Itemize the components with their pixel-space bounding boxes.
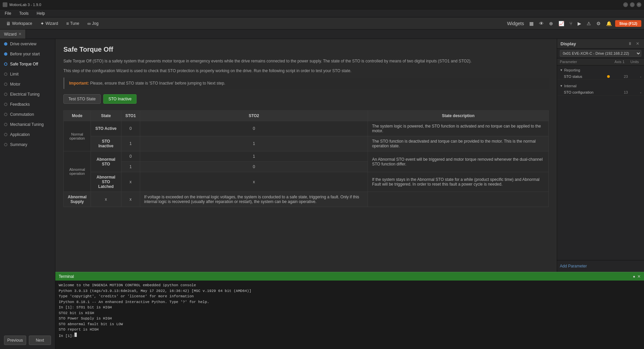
col-units-header: Units (628, 60, 641, 64)
sidebar-item-before-your-start[interactable]: Before your start (0, 49, 55, 59)
wizard-icon: ✦ (40, 21, 44, 26)
terminal-line: In [1]: STO1 bit is HIGH (59, 305, 641, 310)
jog-button[interactable]: ∞ Jog (84, 19, 102, 28)
right-panel: Display ⏸ ✕ 0x01 EVE-XCR-C - Drive (192.… (557, 39, 644, 272)
terminal-line: In [1]: (59, 333, 641, 339)
sidebar-dot-application (4, 133, 7, 136)
bell-icon-button[interactable]: 🔔 (604, 19, 614, 28)
terminal-close-button[interactable]: ✕ (637, 274, 641, 279)
app-title: MotionLab 3 - 1.9.0 (9, 3, 623, 7)
warning-icon-button[interactable]: ⚠ (585, 19, 593, 28)
panel-close-button[interactable]: ✕ (635, 41, 641, 46)
description-2: This step of the configuration Wizard is… (63, 68, 549, 74)
eye-icon-button[interactable]: 👁 (537, 19, 546, 28)
sidebar-dot-limit (4, 72, 7, 76)
section-header-internal[interactable]: ▼Internal (557, 83, 644, 89)
sidebar-label-commutation: Commutation (10, 112, 34, 117)
minimize-button[interactable]: ─ (623, 2, 628, 7)
sidebar: Drive overviewBefore your startSafe Torq… (0, 39, 55, 349)
sidebar-item-electrical-tuning[interactable]: Electrical Tuning (0, 89, 55, 99)
workspace-button[interactable]: 🖥 Workspace (3, 19, 36, 28)
maximize-button[interactable]: □ (630, 2, 635, 7)
menu-file[interactable]: File (3, 10, 13, 16)
next-button[interactable]: Next (29, 336, 51, 345)
window-controls: ─ □ ✕ (623, 2, 641, 7)
param-name: STO status (564, 74, 607, 79)
sidebar-item-limit[interactable]: Limit (0, 69, 55, 79)
wizard-content: Safe Torque Off Safe Torque Off (STO) is… (55, 39, 644, 272)
sidebar-label-before-your-start: Before your start (10, 52, 40, 56)
settings-icon-button[interactable]: ⚙ (594, 19, 603, 28)
terminal-line: Python 3.9.13 (tags/v3.9.13:6de2ca5, May… (59, 288, 641, 294)
sidebar-dot-electrical-tuning (4, 93, 7, 96)
main-content-wrapper: Safe Torque Off Safe Torque Off (STO) is… (55, 39, 644, 349)
param-units-value: - (628, 90, 641, 94)
description-1: Safe Torque Off (STO) is a safety system… (63, 58, 549, 64)
previous-button[interactable]: Previous (4, 336, 26, 345)
tab-bar: Wizard ✕ (0, 30, 644, 39)
main-layout: Drive overviewBefore your startSafe Torq… (0, 39, 644, 349)
close-button[interactable]: ✕ (637, 2, 641, 7)
table-row: STO Inactive11The STO function is deacti… (64, 136, 549, 151)
toolbar: 🖥 Workspace ✦ Wizard ≡ Tune ∞ Jog Widget… (0, 17, 644, 30)
sidebar-label-drive-overview: Drive overview (10, 42, 37, 46)
sidebar-item-drive-overview[interactable]: Drive overview (0, 39, 55, 49)
stop-button[interactable]: Stop (F12) (615, 20, 641, 27)
sidebar-dot-summary (4, 143, 7, 146)
col-mode: Mode (64, 111, 91, 121)
sidebar-label-mechanical-tuning: Mechanical Tuning (10, 122, 44, 127)
sidebar-dot-commutation (4, 113, 7, 116)
param-row-sto-status: STO status 23 - (557, 73, 644, 80)
sidebar-label-safe-torque-off: Safe Torque Off (10, 62, 38, 66)
col-desc: State description (368, 111, 549, 121)
terminal-line: STO abnormal fault bit is LOW (59, 321, 641, 327)
workspace-icon: 🖥 (6, 21, 11, 26)
btn-group: Test STO State STO Inactive (63, 94, 549, 104)
wizard-tab-label: Wizard (4, 32, 16, 37)
panel-section-reporting: ▼Reporting STO status 23 - (557, 65, 644, 81)
sidebar-item-commutation[interactable]: Commutation (0, 109, 55, 119)
add-parameter-button[interactable]: Add Parameter (560, 263, 587, 269)
sidebar-item-feedbacks[interactable]: Feedbacks (0, 99, 55, 109)
device-select[interactable]: 0x01 EVE-XCR-C - Drive (192.168.2.22) (560, 50, 641, 57)
crosshair-icon-button[interactable]: ⊕ (547, 19, 555, 28)
chevron-down-icon: ▼ (560, 84, 563, 88)
terminal-line: STO Power Supply is HIGH (59, 316, 641, 321)
wizard-tab[interactable]: Wizard ✕ (0, 30, 26, 39)
right-panel-title: Display (560, 41, 576, 46)
param-axis-value: 23 (611, 74, 628, 79)
warning-important-label: Important: (69, 81, 89, 86)
table-row: NormaloperationSTO Active00The system lo… (64, 121, 549, 136)
section-header-reporting[interactable]: ▼Reporting (557, 67, 644, 73)
terminal-title: Terminal (59, 274, 74, 279)
panel-pause-button[interactable]: ⏸ (627, 41, 633, 46)
table-row: AbnormalSTO LatchedxxIf the system stays… (64, 172, 549, 192)
sidebar-label-electrical-tuning: Electrical Tuning (10, 92, 40, 97)
play-icon-button[interactable]: ▶ (576, 19, 583, 28)
sidebar-item-summary[interactable]: Summary (0, 140, 55, 150)
branch-icon-button[interactable]: ⑂ (568, 19, 574, 28)
sidebar-dot-motor (4, 83, 7, 86)
chart-icon-button[interactable]: 📈 (556, 19, 566, 28)
param-status-dot (607, 75, 610, 78)
sidebar-item-application[interactable]: Application (0, 130, 55, 140)
terminal-cursor (74, 333, 77, 337)
sto-status-button[interactable]: STO Inactive (103, 94, 137, 104)
terminal-line: IPython 8.18.1 -- An enhanced Interactiv… (59, 299, 641, 305)
sidebar-item-motor[interactable]: Motor (0, 79, 55, 89)
sidebar-item-mechanical-tuning[interactable]: Mechanical Tuning (0, 119, 55, 130)
terminal-minimize-button[interactable]: ● (633, 274, 635, 279)
tune-button[interactable]: ≡ Tune (63, 19, 83, 28)
terminal-body[interactable]: Welcome to the INGENIA MOTION CONTROL em… (55, 281, 644, 349)
menu-tools[interactable]: Tools (17, 10, 31, 16)
grid-icon-button[interactable]: ▦ (527, 19, 536, 28)
sidebar-label-limit: Limit (10, 72, 18, 77)
tune-icon: ≡ (66, 21, 69, 26)
wizard-button[interactable]: ✦ Wizard (37, 19, 61, 28)
test-sto-button[interactable]: Test STO State (63, 94, 101, 104)
sidebar-item-safe-torque-off[interactable]: Safe Torque Off (0, 59, 55, 69)
wizard-tab-close[interactable]: ✕ (18, 32, 21, 36)
menu-help[interactable]: Help (35, 10, 47, 16)
col-headers: Parameter Axis 1 Units (557, 58, 644, 65)
widgets-button[interactable]: Widgets (505, 19, 526, 28)
